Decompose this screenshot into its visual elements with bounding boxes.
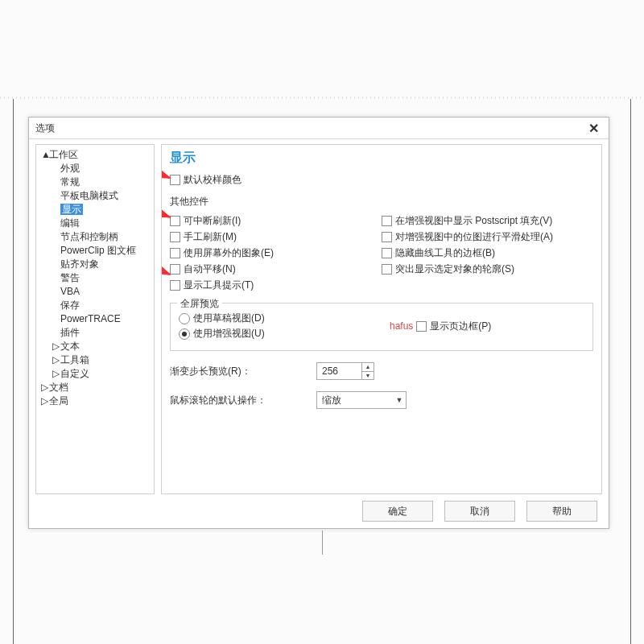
checkbox-row[interactable]: 手工刷新(M)	[170, 230, 382, 244]
mouse-wheel-row: 鼠标滚轮的默认操作： 缩放 ▼	[170, 391, 593, 409]
tree-item-label: 显示	[60, 204, 83, 215]
tree-item[interactable]: PowerTRACE	[38, 312, 152, 326]
help-button[interactable]: 帮助	[526, 501, 597, 522]
tree-item[interactable]: 编辑	[38, 217, 152, 230]
checkbox-icon[interactable]	[382, 216, 392, 226]
cancel-button[interactable]: 取消	[444, 501, 515, 522]
tree-item-label: 文档	[49, 382, 68, 393]
ok-button[interactable]: 确定	[362, 501, 433, 522]
dialog-title: 选项	[35, 122, 585, 135]
mouse-wheel-combo[interactable]: 缩放 ▼	[316, 391, 407, 409]
checkbox-label: 手工刷新(M)	[184, 230, 237, 244]
gradient-steps-spin[interactable]: 256 ▲ ▼	[316, 362, 374, 380]
close-icon[interactable]: ✕	[585, 121, 602, 136]
tree-item[interactable]: 节点和控制柄	[38, 230, 152, 244]
tree-item[interactable]: 外观	[38, 162, 152, 175]
default-proof-color-row[interactable]: 默认校样颜色	[170, 173, 593, 187]
svg-line-2	[162, 247, 170, 275]
tree-item-label: PowerClip 图文框	[60, 245, 136, 256]
tree-item-label: PowerTRACE	[60, 313, 121, 324]
tree-item-label: 警告	[60, 272, 80, 283]
radio-enhanced-row[interactable]: 使用增强视图(U)	[179, 327, 382, 341]
checkbox-icon[interactable]	[382, 232, 392, 242]
tree-item[interactable]: PowerClip 图文框	[38, 244, 152, 258]
expander-icon[interactable]: ▲	[41, 148, 49, 162]
gradient-steps-value[interactable]: 256	[317, 363, 361, 379]
checkbox-icon[interactable]	[416, 321, 427, 332]
page-edge-left	[13, 99, 14, 644]
checkbox-icon[interactable]	[170, 248, 180, 258]
fullscreen-preview-group: 全屏预览 使用草稿视图(D) 使用增强视图(U)	[170, 303, 593, 351]
checkbox-label: 隐藏曲线工具的边框(B)	[395, 246, 495, 260]
checkbox-row[interactable]: 隐藏曲线工具的边框(B)	[382, 246, 593, 260]
tree-item-label: 平板电脑模式	[60, 190, 118, 201]
svg-line-1	[162, 192, 170, 217]
default-proof-color-label: 默认校样颜色	[184, 173, 242, 187]
checkbox-icon[interactable]	[170, 216, 180, 226]
checkbox-icon[interactable]	[382, 264, 392, 275]
show-page-border-row[interactable]: 显示页边框(P)	[416, 320, 491, 333]
checkbox-row[interactable]: 突出显示选定对象的轮廓(S)	[382, 262, 593, 276]
checkbox-row[interactable]: 显示工具提示(T)	[170, 279, 382, 292]
tree-item[interactable]: ▷文本	[38, 340, 152, 353]
tree-item[interactable]: ▲工作区	[38, 148, 152, 162]
tree-item[interactable]: ▷工具箱	[38, 353, 152, 367]
tree-item[interactable]: ▷全局	[38, 394, 152, 408]
tree-item[interactable]: ▷文档	[38, 381, 152, 394]
expander-icon[interactable]: ▷	[52, 340, 60, 353]
tree-item-label: 保存	[60, 299, 80, 311]
radio-icon[interactable]	[179, 328, 190, 340]
spin-up-icon[interactable]: ▲	[362, 363, 374, 372]
expander-icon[interactable]: ▷	[52, 367, 60, 381]
checkbox-icon[interactable]	[170, 232, 180, 242]
dialog-buttons: 确定 取消 帮助	[29, 494, 609, 528]
checkbox-row[interactable]: 在增强视图中显示 Postscript 填充(V)	[382, 214, 593, 228]
checkbox-row[interactable]: 可中断刷新(I)	[170, 214, 382, 228]
show-page-border-label: 显示页边框(P)	[430, 320, 491, 333]
radio-draft-row[interactable]: 使用草稿视图(D)	[179, 312, 382, 325]
fullscreen-legend: 全屏预览	[177, 297, 222, 311]
mouse-wheel-label: 鼠标滚轮的默认操作：	[170, 394, 307, 407]
checkbox-icon[interactable]	[170, 280, 180, 291]
expander-icon[interactable]: ▷	[41, 381, 49, 394]
tree-item-label: 编辑	[60, 217, 80, 229]
other-controls-label: 其他控件	[170, 195, 593, 208]
checkbox-row[interactable]: 对增强视图中的位图进行平滑处理(A)	[382, 230, 593, 244]
checkbox-label: 自动平移(N)	[184, 262, 236, 276]
page-edge-right	[630, 99, 631, 644]
tree-item-label: 全局	[49, 395, 68, 407]
tree-item[interactable]: 平板电脑模式	[38, 189, 152, 203]
tree-item-label: 外观	[60, 163, 80, 174]
tree-item[interactable]: 显示	[38, 203, 152, 217]
tree-item[interactable]: 贴齐对象	[38, 258, 152, 271]
checkbox-icon[interactable]	[170, 264, 180, 275]
spin-down-icon[interactable]: ▼	[362, 372, 374, 380]
checkbox-label: 突出显示选定对象的轮廓(S)	[395, 262, 514, 276]
checkbox-row[interactable]: 自动平移(N)	[170, 262, 382, 276]
expander-icon[interactable]: ▷	[52, 353, 60, 367]
radio-icon[interactable]	[179, 313, 190, 324]
tree-item-label: 节点和控制柄	[60, 231, 118, 242]
tree-item-label: 工作区	[49, 149, 78, 160]
tree-item[interactable]: 插件	[38, 326, 152, 340]
panel-heading: 显示	[170, 150, 593, 167]
tree-item-label: 插件	[60, 327, 80, 338]
checkbox-label: 可中断刷新(I)	[184, 214, 241, 228]
tree-item[interactable]: 常规	[38, 175, 152, 189]
checkbox-icon[interactable]	[170, 175, 180, 185]
tree-item-label: VBA	[60, 286, 80, 297]
tree-item[interactable]: ▷自定义	[38, 367, 152, 381]
category-tree[interactable]: ▲工作区外观常规平板电脑模式显示编辑节点和控制柄PowerClip 图文框贴齐对…	[35, 144, 155, 494]
tree-item[interactable]: 警告	[38, 271, 152, 285]
tree-item-label: 自定义	[60, 368, 89, 379]
tree-item[interactable]: 保存	[38, 299, 152, 312]
gradient-steps-label: 渐变步长预览(R)：	[170, 365, 307, 378]
chevron-down-icon[interactable]: ▼	[393, 396, 406, 404]
checkbox-icon[interactable]	[382, 248, 392, 258]
expander-icon[interactable]: ▷	[41, 394, 49, 408]
svg-line-0	[162, 153, 170, 178]
tree-item[interactable]: VBA	[38, 285, 152, 299]
checkbox-row[interactable]: 使用屏幕外的图象(E)	[170, 246, 382, 260]
checkbox-label: 使用屏幕外的图象(E)	[184, 246, 274, 260]
other-controls-columns: 可中断刷新(I)手工刷新(M)使用屏幕外的图象(E)自动平移(N)显示工具提示(…	[170, 212, 593, 295]
